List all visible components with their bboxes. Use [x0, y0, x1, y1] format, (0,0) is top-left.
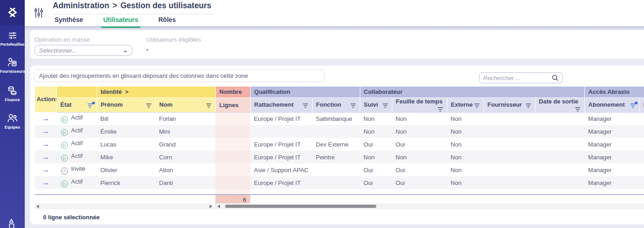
search-input[interactable] [483, 75, 551, 81]
filter-icon[interactable] [382, 103, 388, 109]
cell-rattachement: Asie / Support APAC [250, 163, 312, 176]
app-logo[interactable] [0, 0, 25, 25]
cell-externe: Non [447, 125, 484, 138]
users-grid-panel: Ajouter des regroupements en glissant-dé… [30, 65, 644, 224]
column-header-feuille_de_temps[interactable]: Feuille de temps [392, 98, 447, 112]
sidebar-item-fournisseurs[interactable]: Fournisseurs [0, 57, 25, 74]
filter-icon[interactable] [146, 103, 152, 109]
cell-prenom: Lucas [97, 138, 155, 151]
column-header-roles[interactable]: R [639, 98, 644, 112]
group-drop-zone[interactable]: Ajouter des regroupements en glissant-dé… [34, 70, 325, 82]
column-header-fonction[interactable]: Fonction [312, 98, 360, 112]
empty-strip [35, 189, 644, 195]
tab-roles[interactable]: Rôles [157, 14, 178, 26]
group-header-qualification: Qualification [250, 87, 360, 98]
cell-date_de_sortie [535, 163, 584, 176]
cell-lignes [215, 125, 250, 138]
people-icon [7, 113, 18, 124]
grid-search[interactable] [479, 72, 563, 83]
open-row-arrow-button[interactable]: → [42, 140, 50, 148]
sidebar-item-equipes[interactable]: Équipes [0, 113, 25, 130]
column-header-date_de_sortie[interactable]: Date de sortie [535, 98, 584, 112]
supplier-person-card-icon [7, 57, 18, 68]
filter-icon[interactable] [575, 107, 581, 112]
scrollbar-thumb[interactable] [225, 205, 376, 208]
cell-fonction: Dev Externe [312, 138, 360, 151]
sidebar-item-bottom[interactable] [0, 218, 25, 228]
filter-icon[interactable] [474, 103, 480, 109]
cell-fournisseur [484, 151, 535, 163]
tab-synthese[interactable]: Synthèse [53, 14, 85, 26]
cell-externe: Non [447, 151, 484, 163]
sidebar-item-portefeuilles[interactable]: Portefeuilles [0, 30, 25, 47]
cell-feuille_de_temps: Oui [392, 176, 447, 189]
search-icon[interactable] [551, 74, 559, 81]
columns-scrollbar[interactable] [215, 203, 644, 209]
table-row[interactable]: →▷ActifBillForlanEurope / Projet ITSalti… [35, 112, 644, 125]
cell-fonction: Saltimbanque [312, 112, 360, 125]
cell-actions: → [35, 151, 56, 163]
column-header-lignes[interactable]: Lignes [215, 98, 250, 112]
administration-users-page: { "colors":{ "sidebar-top":"#2c2f8d","si… [0, 0, 644, 228]
tab-utilisateurs[interactable]: Utilisateurs [101, 14, 140, 26]
group-header-blank [56, 87, 97, 98]
cell-suivi: Non [360, 125, 392, 138]
eligible-users-label: Utilisateurs éligibles [146, 36, 201, 43]
column-header-suivi[interactable]: Suivi [360, 98, 392, 112]
sliders-icon [34, 7, 44, 20]
breadcrumb-parent[interactable]: Administration [53, 1, 109, 10]
cell-etat: ▷Actif [56, 138, 97, 151]
cell-etat: ▷Actif [56, 151, 97, 163]
filter-icon[interactable] [87, 103, 93, 109]
table-row[interactable]: →▷ActifPierrickDantiEurope / Projet ITOu… [35, 176, 644, 189]
filter-icon[interactable] [630, 103, 636, 109]
cell-nom: Forlan [155, 112, 215, 125]
cell-date_de_sortie [535, 138, 584, 151]
group-header-identite[interactable]: Identité> [97, 87, 215, 98]
filter-icon[interactable] [437, 107, 443, 112]
sidebar-item-finance[interactable]: Finance [0, 85, 25, 102]
cell-suivi: Non [360, 112, 392, 125]
open-row-arrow-button[interactable]: → [42, 166, 50, 174]
cell-roles [639, 125, 644, 138]
column-header-nom[interactable]: Nom [155, 98, 215, 112]
column-header-fournisseur[interactable]: Fournisseur [484, 98, 535, 112]
table-row[interactable]: →▷ActifLucasGrandEurope / Projet ITDev E… [35, 138, 644, 151]
column-header-etat[interactable]: État [56, 98, 97, 112]
cell-fonction [312, 176, 360, 189]
scroll-left-icon[interactable] [217, 205, 220, 208]
column-header-abonnement[interactable]: Abonnement [584, 98, 639, 112]
frozen-columns-scrollbar[interactable] [35, 203, 214, 209]
table-row[interactable]: →☆InvitéOlivierAttonAsie / Support APACO… [35, 163, 644, 176]
cell-fournisseur [484, 163, 535, 176]
cell-etat: ▷Actif [56, 112, 97, 125]
sidebar-item-label: Équipes [5, 125, 20, 130]
filter-icon[interactable] [303, 103, 308, 109]
open-row-arrow-button[interactable]: → [42, 127, 50, 135]
cell-prenom: Bill [97, 112, 155, 125]
table-row[interactable]: →▷ActifÉmilieMiniNonNonNonManager [35, 125, 644, 138]
column-header-rattachement[interactable]: Rattachement [250, 98, 312, 112]
cell-etat: ☆Invité [56, 163, 97, 176]
cell-date_de_sortie [535, 125, 584, 138]
open-row-arrow-button[interactable]: → [42, 114, 50, 122]
column-header-externe[interactable]: Externe [447, 98, 484, 112]
cell-suivi: Oui [360, 163, 392, 176]
column-header-prenom[interactable]: Prénom [97, 98, 155, 112]
scroll-left-icon[interactable] [36, 205, 39, 208]
users-table: ActionsIdentité>NombreQualificationColla… [35, 87, 644, 205]
cell-nom: Atton [155, 163, 215, 176]
page-title: Gestion des utilisateurs [121, 1, 211, 10]
open-row-arrow-button[interactable]: → [42, 153, 50, 161]
expand-group-icon[interactable]: > [125, 88, 129, 95]
filter-icon[interactable] [206, 103, 212, 109]
scroll-right-icon[interactable] [209, 205, 212, 208]
cell-rattachement: Europe / Projet IT [250, 176, 312, 189]
filter-icon[interactable] [525, 103, 531, 109]
open-row-arrow-button[interactable]: → [42, 179, 50, 186]
cell-feuille_de_temps: Non [392, 151, 447, 163]
table-row[interactable]: →▷ActifMikeCornEurope / Projet ITPeintre… [35, 151, 644, 163]
filter-icon[interactable] [350, 103, 356, 109]
mass-operation-select[interactable]: Sélectionner... ⌄ [34, 45, 132, 56]
state-label: Actif [71, 114, 83, 121]
